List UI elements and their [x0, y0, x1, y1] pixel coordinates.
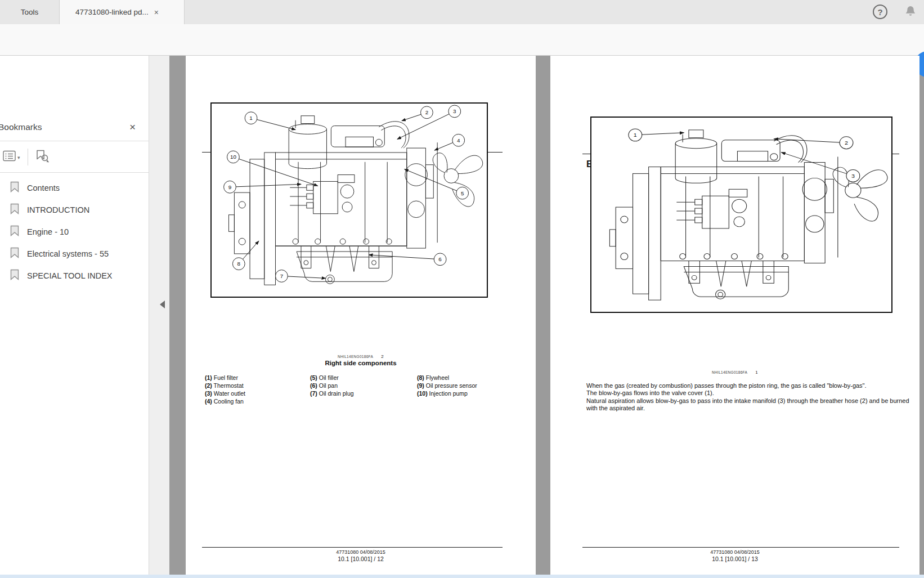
- sidebar-item-label: Electrical systems - 55: [27, 249, 109, 258]
- svg-text:6: 6: [438, 256, 442, 262]
- tab-bar: Tools 47731080-linked pd... × ?: [0, 0, 924, 25]
- sidebar-item-special-tool-index[interactable]: SPECIAL TOOL INDEX: [0, 265, 149, 286]
- chevron-down-icon[interactable]: ▾: [17, 155, 20, 160]
- body-line: The blow-by-gas flows into the valve cov…: [586, 389, 912, 397]
- part-item: (7) Oil drain plug: [310, 389, 411, 397]
- engine-diagram-right-side: 1 2 3 4 5 6 7 8 9 10: [212, 104, 487, 297]
- callout: 10: [227, 151, 240, 163]
- page-footer-section: 10.1 [10.001] / 12: [186, 555, 536, 562]
- svg-text:7: 7: [280, 273, 284, 279]
- callout: 1: [629, 129, 642, 141]
- panel-toolbar-separator: [28, 149, 28, 165]
- svg-text:4: 4: [457, 137, 460, 144]
- window-bottom-strip: [0, 575, 924, 578]
- callouts: 1 2 3 4 5 6 7 8 9 10: [224, 105, 469, 282]
- body-line: with the aspirated air.: [586, 405, 912, 412]
- callout: 7: [276, 270, 288, 283]
- sidebar-item-engine[interactable]: Engine - 10: [0, 221, 149, 243]
- figure-code: NHIL14ENG0186FA2: [186, 354, 536, 359]
- tab-tools-label: Tools: [21, 8, 39, 16]
- sidebar-item-electrical-systems[interactable]: Electrical systems - 55: [0, 243, 149, 265]
- callout: 5: [456, 187, 469, 199]
- svg-text:2: 2: [425, 109, 429, 115]
- sidebar-item-label: INTRODUCTION: [27, 205, 89, 214]
- part-item: (9) Oil pressure sensor: [417, 382, 530, 389]
- main-toolbar: / 305: [0, 24, 924, 56]
- svg-text:3: 3: [851, 173, 855, 179]
- page-footer-code: 47731080 04/08/2015: [550, 549, 919, 555]
- callout: 6: [434, 253, 446, 266]
- svg-text:9: 9: [228, 184, 232, 190]
- svg-text:10: 10: [230, 154, 236, 160]
- callout: 9: [224, 181, 236, 193]
- sidebar-item-label: Contents: [27, 183, 60, 192]
- part-item: (3) Water outlet: [205, 389, 306, 397]
- tab-close-icon[interactable]: ×: [154, 8, 159, 16]
- panel-divider: [0, 141, 149, 141]
- callout-arrows: [635, 133, 853, 176]
- part-item: (10) Injection pump: [417, 389, 530, 397]
- panel-splitter[interactable]: [149, 56, 169, 575]
- bookmark-icon: [10, 247, 19, 261]
- callout: 2: [421, 106, 433, 119]
- svg-text:3: 3: [453, 108, 456, 114]
- callout-arrows: [230, 111, 462, 279]
- bookmark-icon: [10, 203, 19, 217]
- part-item: (4) Cooling fan: [205, 397, 306, 405]
- expand-current-bookmark-icon[interactable]: [35, 149, 50, 167]
- sidebar-item-introduction[interactable]: INTRODUCTION: [0, 199, 149, 221]
- callout: 3: [846, 169, 860, 182]
- figure-number: 1: [755, 370, 758, 375]
- callout: 3: [448, 105, 461, 118]
- part-item: (6) Oil pan: [310, 382, 411, 389]
- pdf-reader-window: Tools 47731080-linked pd... × ?: [0, 0, 924, 578]
- bookmark-icon: [10, 225, 19, 239]
- svg-text:8: 8: [237, 261, 241, 267]
- sidebar-item-contents[interactable]: Contents: [0, 177, 149, 199]
- parts-list-col1: (1) Fuel filter (2) Thermostat (3) Water…: [205, 374, 306, 405]
- callout: 8: [232, 258, 245, 270]
- callout: 4: [452, 134, 465, 146]
- sidebar-item-label: Engine - 10: [27, 227, 69, 236]
- footer-rule: [582, 547, 899, 548]
- part-item: (2) Thermostat: [205, 382, 306, 389]
- svg-text:2: 2: [845, 140, 848, 146]
- tab-tools[interactable]: Tools: [0, 0, 60, 24]
- sidebar-item-label: SPECIAL TOOL INDEX: [27, 271, 113, 280]
- close-bookmarks-icon[interactable]: ×: [129, 122, 136, 132]
- collapse-panel-arrow-icon[interactable]: [160, 301, 165, 308]
- part-item: (8) Flywheel: [417, 374, 530, 382]
- body-line: When the gas (created by combustion) pas…: [586, 382, 912, 389]
- bookmark-icon: [10, 269, 19, 283]
- page-footer-section: 10.1 [10.001] / 13: [550, 555, 919, 562]
- help-icon[interactable]: ?: [873, 5, 887, 19]
- part-item: (5) Oil filler: [310, 374, 411, 382]
- bookmarks-panel: Bookmarks × ▾: [0, 56, 149, 575]
- svg-text:1: 1: [634, 132, 637, 138]
- engine-diagram-ventilation: 1 2 3: [591, 118, 891, 312]
- figure-number: 2: [381, 354, 384, 359]
- figure-caption: Right side components: [186, 360, 536, 366]
- callout: 2: [840, 137, 853, 149]
- bookmarks-panel-title: Bookmarks: [0, 122, 42, 132]
- bookmark-icon: [10, 181, 19, 195]
- body-text: When the gas (created by combustion) pas…: [586, 382, 912, 412]
- body-line: Natural aspiration allows blow-by-gas to…: [586, 397, 912, 405]
- bookmark-options-icon[interactable]: [3, 150, 17, 165]
- part-item: (1) Fuel filter: [205, 374, 306, 382]
- figure-code: NHIL14ENG0186FA1: [550, 370, 919, 375]
- tab-document[interactable]: 47731080-linked pd... ×: [60, 0, 185, 24]
- panel-divider: [0, 172, 149, 173]
- page-footer-code: 47731080 04/08/2015: [186, 549, 536, 555]
- parts-list-col3: (8) Flywheel (9) Oil pressure sensor (10…: [417, 374, 530, 397]
- callout: 1: [245, 112, 257, 124]
- bell-icon[interactable]: [904, 5, 917, 21]
- parts-list-col2: (5) Oil filler (6) Oil pan (7) Oil drain…: [310, 374, 411, 397]
- svg-text:5: 5: [461, 190, 464, 196]
- svg-text:1: 1: [249, 115, 253, 121]
- tab-document-label: 47731080-linked pd...: [75, 8, 149, 16]
- footer-rule: [202, 547, 503, 548]
